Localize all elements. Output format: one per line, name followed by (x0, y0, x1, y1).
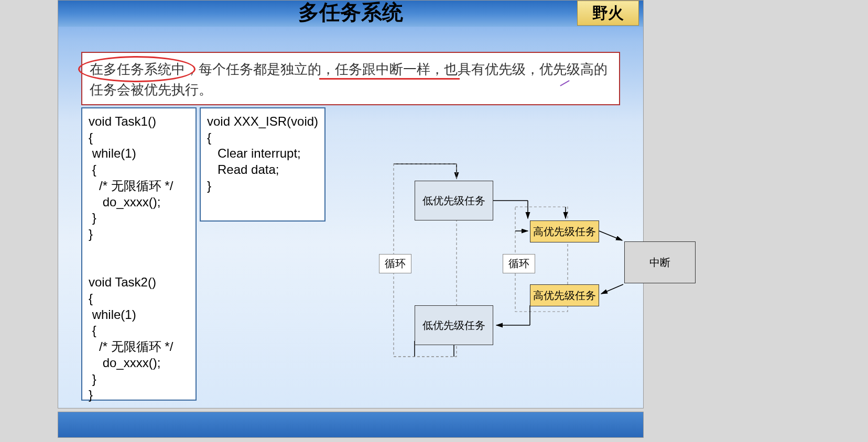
high-priority-box-1: 高优先级任务 (530, 220, 599, 242)
loop-label-2: 循环 (503, 254, 535, 273)
code-block-isr: void XXX_ISR(void) { Clear interrupt; Re… (200, 107, 326, 222)
loop-label-1: 循环 (379, 254, 411, 273)
description-note: 在多任务系统中，每个任务都是独立的，任务跟中断一样，也具有优先级，优先级高的任务… (81, 52, 620, 105)
next-slide-bar (58, 412, 644, 438)
low-priority-box-1: 低优先级任务 (415, 181, 493, 220)
logo-badge: 野火 (577, 1, 639, 26)
task-diagram: 低优先级任务 低优先级任务 高优先级任务 高优先级任务 中断 循环 循环 (320, 152, 640, 372)
high-priority-box-2: 高优先级任务 (530, 284, 599, 306)
svg-line-9 (599, 231, 622, 240)
svg-line-10 (601, 284, 623, 294)
slide-container: 多任务系统 野火 在多任务系统中，每个任务都是独立的，任务跟中断一样，也具有优先… (58, 0, 644, 408)
low-priority-box-2: 低优先级任务 (415, 305, 493, 345)
interrupt-box: 中断 (624, 241, 696, 283)
code-block-tasks: void Task1() { while(1) { /* 无限循环 */ do_… (81, 107, 197, 401)
slide-title: 多任务系统 (298, 0, 403, 27)
